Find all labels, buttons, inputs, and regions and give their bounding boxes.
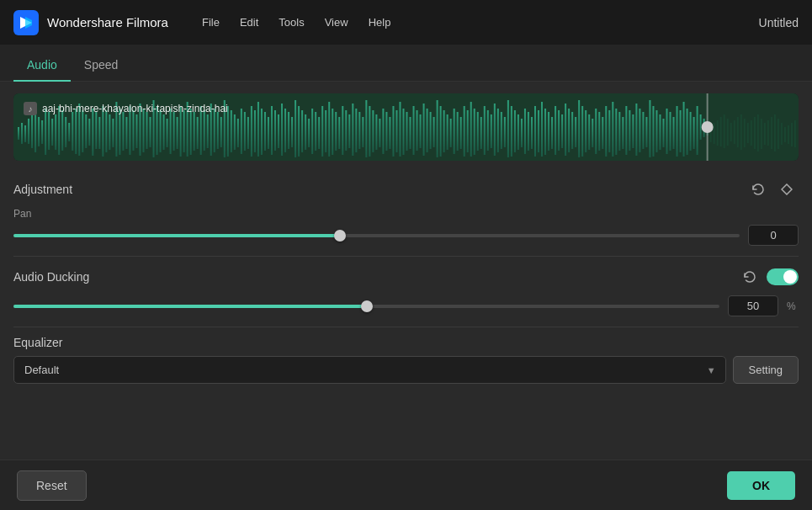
pan-slider-thumb[interactable] [334, 230, 346, 242]
audio-ducking-reset-btn[interactable] [738, 265, 762, 289]
menu-file[interactable]: File [194, 12, 228, 33]
svg-rect-100 [348, 114, 350, 148]
menu-tools[interactable]: Tools [270, 12, 312, 33]
svg-rect-127 [440, 106, 442, 157]
reset-icon-2 [743, 270, 756, 284]
svg-rect-195 [670, 112, 671, 151]
svg-point-234 [702, 121, 714, 133]
svg-rect-215 [737, 117, 739, 147]
ok-button[interactable]: OK [727, 471, 795, 500]
svg-rect-173 [595, 109, 597, 154]
svg-rect-174 [598, 112, 600, 151]
svg-rect-199 [683, 102, 685, 157]
svg-rect-3 [21, 123, 23, 144]
audio-ducking-section-header: Audio Ducking [13, 265, 799, 289]
svg-rect-202 [693, 117, 695, 149]
pan-slider-track[interactable] [13, 234, 740, 237]
svg-rect-97 [338, 117, 340, 149]
svg-rect-183 [629, 110, 630, 151]
adjustment-keyframe-btn[interactable] [775, 178, 799, 201]
svg-rect-116 [402, 109, 404, 155]
svg-rect-19 [75, 109, 77, 154]
audio-ducking-toggle[interactable] [767, 268, 799, 285]
svg-rect-186 [639, 109, 640, 152]
svg-rect-113 [392, 106, 394, 157]
svg-rect-130 [450, 119, 452, 147]
audio-ducking-slider-thumb[interactable] [361, 300, 373, 312]
svg-rect-53 [190, 109, 192, 155]
svg-rect-111 [385, 112, 387, 151]
menu-edit[interactable]: Edit [231, 12, 267, 33]
svg-rect-157 [541, 102, 543, 157]
svg-rect-201 [690, 112, 692, 151]
reset-button[interactable]: Reset [17, 470, 87, 501]
audio-ducking-title: Audio Ducking [13, 270, 89, 284]
svg-rect-200 [687, 109, 688, 155]
svg-rect-77 [271, 106, 273, 155]
equalizer-select[interactable]: Default Classical Dance Deep Electronic … [13, 356, 726, 384]
svg-rect-36 [132, 110, 134, 151]
svg-rect-232 [794, 120, 796, 147]
tab-speed[interactable]: Speed [71, 50, 131, 82]
svg-rect-11 [48, 112, 50, 150]
svg-rect-89 [311, 109, 313, 154]
svg-rect-103 [358, 112, 360, 149]
svg-rect-148 [511, 106, 512, 157]
footer: Reset OK [0, 460, 812, 510]
svg-rect-170 [585, 110, 586, 152]
bottom-spacer [13, 384, 799, 417]
svg-rect-17 [68, 123, 70, 141]
svg-rect-69 [244, 112, 246, 151]
svg-rect-48 [173, 112, 175, 151]
svg-rect-55 [197, 117, 199, 149]
menu-view[interactable]: View [316, 12, 357, 33]
svg-rect-49 [177, 117, 178, 149]
menu-help[interactable]: Help [360, 12, 400, 33]
svg-rect-18 [72, 112, 73, 151]
svg-rect-231 [791, 123, 793, 146]
svg-rect-208 [714, 123, 715, 144]
svg-rect-144 [497, 109, 499, 152]
svg-rect-78 [274, 110, 276, 151]
svg-rect-168 [578, 100, 580, 157]
svg-rect-120 [417, 110, 418, 151]
svg-rect-171 [588, 114, 590, 150]
svg-rect-222 [761, 119, 762, 149]
svg-rect-227 [778, 119, 779, 149]
svg-rect-57 [204, 110, 205, 151]
svg-rect-15 [61, 110, 63, 151]
svg-rect-133 [460, 117, 462, 149]
equalizer-setting-btn[interactable]: Setting [733, 356, 799, 384]
svg-rect-25 [95, 112, 97, 149]
equalizer-section-header: Equalizer [13, 336, 799, 349]
svg-rect-158 [544, 109, 546, 155]
svg-rect-83 [291, 117, 293, 147]
svg-rect-34 [125, 117, 127, 149]
audio-ducking-unit: % [787, 300, 799, 312]
svg-rect-162 [558, 110, 560, 151]
audio-ducking-slider-track[interactable] [13, 305, 719, 308]
svg-rect-218 [747, 123, 749, 143]
tab-audio[interactable]: Audio [13, 50, 71, 82]
audio-ducking-value[interactable]: 50 [728, 295, 778, 316]
svg-rect-185 [635, 104, 637, 156]
svg-rect-46 [167, 119, 168, 147]
adjustment-reset-btn[interactable] [746, 178, 770, 201]
svg-rect-76 [268, 117, 269, 149]
svg-rect-156 [538, 110, 539, 152]
toggle-knob [783, 270, 797, 284]
svg-rect-68 [241, 109, 242, 154]
divider-2 [13, 327, 799, 327]
svg-rect-159 [548, 112, 549, 151]
adjustment-title: Adjustment [13, 183, 72, 196]
svg-rect-90 [315, 112, 316, 151]
svg-rect-149 [514, 110, 516, 152]
svg-rect-176 [605, 106, 607, 157]
svg-rect-26 [98, 117, 100, 149]
svg-rect-115 [399, 102, 401, 157]
svg-rect-58 [207, 114, 209, 148]
svg-rect-177 [608, 110, 610, 152]
svg-rect-191 [655, 110, 657, 152]
pan-value[interactable]: 0 [748, 225, 799, 246]
svg-rect-74 [261, 109, 263, 155]
